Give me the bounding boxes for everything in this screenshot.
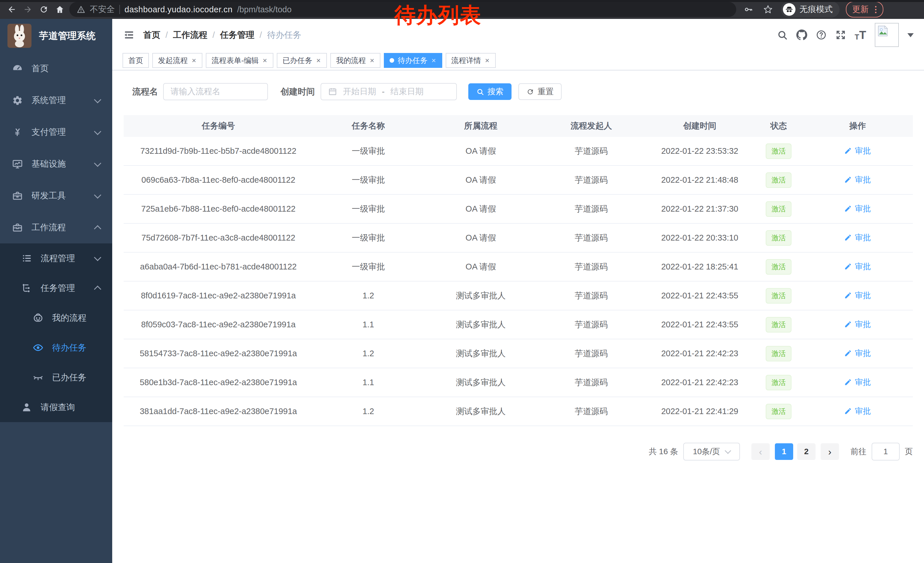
- cell-task-name: 1.1: [313, 310, 424, 339]
- process-name-label: 流程名: [132, 86, 158, 98]
- browser-menu-icon[interactable]: [873, 6, 878, 13]
- process-name-input[interactable]: 请输入流程名: [163, 83, 268, 100]
- tab-label: 待办任务: [398, 56, 428, 66]
- date-range-input[interactable]: 开始日期 - 结束日期: [321, 83, 457, 100]
- search-button[interactable]: 搜索: [468, 83, 512, 100]
- reset-button[interactable]: 重置: [518, 83, 562, 100]
- cell-task-name: 1.2: [313, 397, 424, 426]
- sidebar-item[interactable]: 支付管理: [0, 116, 112, 148]
- password-key-icon[interactable]: [742, 3, 755, 16]
- logo-row[interactable]: 芋道管理系统: [0, 19, 112, 53]
- table-row: 8f059c03-7ac8-11ec-a9e2-a2380e71991a1.1测…: [124, 310, 913, 339]
- sidebar-item[interactable]: 已办任务: [0, 363, 112, 392]
- tab-label: 流程详情: [452, 56, 481, 66]
- url-host: dashboard.yudao.iocoder.cn: [124, 5, 232, 14]
- approve-label: 审批: [855, 232, 871, 243]
- table-row: 580e1b3d-7ac8-11ec-a9e2-a2380e71991a1.1测…: [124, 368, 913, 397]
- sidebar-item[interactable]: 工作流程: [0, 212, 112, 243]
- breadcrumb-item[interactable]: 任务管理: [220, 29, 255, 41]
- chevron-down-icon: [94, 159, 101, 167]
- approve-link[interactable]: 审批: [844, 290, 871, 301]
- next-page-button[interactable]: ›: [820, 443, 839, 460]
- tab-label: 首页: [128, 56, 143, 66]
- approve-label: 审批: [855, 174, 871, 185]
- cell-task-id: 75d72608-7b7f-11ec-a3c8-acde48001122: [124, 224, 313, 252]
- home-icon[interactable]: [53, 3, 66, 16]
- close-icon[interactable]: ×: [191, 56, 196, 65]
- collapse-sidebar-icon[interactable]: [123, 29, 135, 41]
- task-table: 任务编号任务名称所属流程流程发起人创建时间状态操作 73211d9d-7b9b-…: [124, 115, 913, 426]
- column-header: 任务名称: [313, 115, 424, 137]
- update-button[interactable]: 更新: [846, 2, 884, 18]
- approve-link[interactable]: 审批: [844, 232, 871, 243]
- page-button[interactable]: 2: [797, 443, 816, 460]
- sidebar-item[interactable]: 系统管理: [0, 84, 112, 116]
- github-icon[interactable]: [796, 30, 807, 41]
- page-size-select[interactable]: 10条/页: [683, 443, 740, 461]
- close-icon[interactable]: ×: [431, 56, 436, 65]
- not-secure-label: 不安全: [90, 4, 115, 15]
- goto-page-input[interactable]: 1: [872, 443, 900, 461]
- start-date-placeholder: 开始日期: [343, 86, 376, 98]
- back-icon[interactable]: [5, 3, 18, 16]
- search-icon[interactable]: [777, 30, 788, 41]
- app-title: 芋道管理系统: [39, 30, 96, 42]
- tab[interactable]: 流程表单-编辑×: [206, 53, 273, 68]
- sidebar-item[interactable]: 请假查询: [0, 392, 112, 422]
- fullscreen-icon[interactable]: [835, 30, 846, 41]
- reset-button-label: 重置: [538, 86, 554, 97]
- avatar[interactable]: [875, 23, 899, 47]
- sidebar-item[interactable]: 研发工具: [0, 180, 112, 212]
- sidebar-submenu: 流程管理任务管理我的流程待办任务已办任务请假查询: [0, 243, 112, 422]
- prev-page-button[interactable]: ‹: [752, 443, 770, 460]
- sidebar-item[interactable]: 流程管理: [0, 243, 112, 273]
- cell-starter: 芋道源码: [538, 194, 644, 224]
- tab[interactable]: 已办任务×: [277, 53, 327, 68]
- sidebar-item[interactable]: 我的流程: [0, 303, 112, 333]
- approve-link[interactable]: 审批: [844, 203, 871, 214]
- tab[interactable]: 发起流程×: [152, 53, 202, 68]
- close-icon[interactable]: ×: [316, 56, 321, 65]
- sidebar: 芋道管理系统 首页系统管理支付管理基础设施研发工具工作流程流程管理任务管理我的流…: [0, 19, 112, 563]
- approve-link[interactable]: 审批: [844, 348, 871, 359]
- close-icon[interactable]: ×: [484, 56, 490, 65]
- close-icon[interactable]: ×: [369, 56, 375, 65]
- tab-label: 流程表单-编辑: [212, 56, 259, 66]
- approve-label: 审批: [855, 377, 871, 388]
- cell-action: 审批: [802, 224, 913, 252]
- cell-task-id: 069c6a63-7b8a-11ec-8ef0-acde48001122: [124, 165, 313, 194]
- logo-image: [8, 24, 32, 48]
- sidebar-item[interactable]: 基础设施: [0, 148, 112, 180]
- font-size-icon[interactable]: TT: [855, 29, 866, 41]
- update-label: 更新: [852, 4, 869, 15]
- approve-link[interactable]: 审批: [844, 146, 871, 156]
- tab[interactable]: 首页: [123, 53, 149, 68]
- pencil-icon: [844, 205, 852, 213]
- tab-label: 发起流程: [158, 56, 188, 66]
- forward-icon[interactable]: [21, 3, 34, 16]
- pagination: 共 16 条 10条/页 ‹ 12 › 前往 1 页: [124, 443, 913, 461]
- chevron-down-icon[interactable]: [908, 33, 914, 41]
- column-header: 状态: [755, 115, 802, 137]
- approve-link[interactable]: 审批: [844, 174, 871, 185]
- approve-link[interactable]: 审批: [844, 261, 871, 272]
- incognito-icon: [783, 3, 795, 16]
- bookmark-star-icon[interactable]: [761, 3, 775, 16]
- page-button[interactable]: 1: [775, 443, 793, 460]
- breadcrumb-item[interactable]: 工作流程: [173, 29, 207, 41]
- reload-icon[interactable]: [37, 3, 50, 16]
- close-icon[interactable]: ×: [262, 56, 268, 65]
- status-badge: 激活: [766, 144, 792, 159]
- column-header: 任务编号: [124, 115, 313, 137]
- sidebar-item[interactable]: 任务管理: [0, 273, 112, 303]
- sidebar-item[interactable]: 首页: [0, 53, 112, 84]
- tab[interactable]: 我的流程×: [330, 53, 380, 68]
- breadcrumb-item[interactable]: 首页: [143, 29, 160, 41]
- approve-link[interactable]: 审批: [844, 406, 871, 417]
- help-icon[interactable]: [816, 30, 826, 41]
- tab[interactable]: 流程详情×: [446, 53, 496, 68]
- tab[interactable]: 待办任务×: [384, 53, 442, 68]
- sidebar-item[interactable]: 待办任务: [0, 333, 112, 363]
- approve-link[interactable]: 审批: [844, 377, 871, 388]
- approve-link[interactable]: 审批: [844, 319, 871, 330]
